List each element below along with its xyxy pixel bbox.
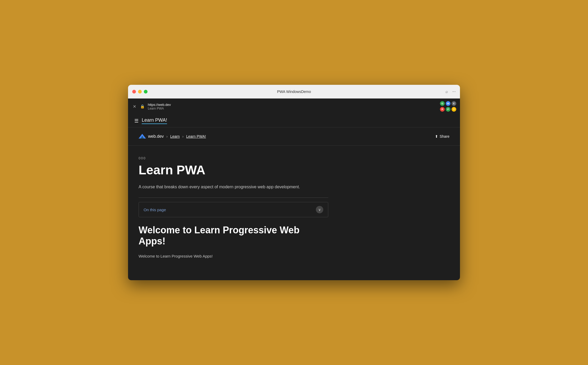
- share-button[interactable]: ⬆ Share: [435, 134, 449, 139]
- content-area: 000 Learn PWA A course that breaks down …: [128, 146, 339, 270]
- course-number: 000: [139, 156, 328, 160]
- breadcrumb: web.dev › Learn › Learn PWA!: [139, 133, 206, 140]
- breadcrumb-learn-pwa-link[interactable]: Learn PWA!: [186, 134, 206, 139]
- ext-icon-5: P: [446, 107, 450, 112]
- on-this-page-label: On this page: [144, 208, 166, 212]
- course-description: A course that breaks down every aspect o…: [139, 184, 328, 190]
- share-label: Share: [440, 134, 449, 139]
- webdev-logo-text: web.dev: [148, 134, 164, 139]
- webdev-logo[interactable]: web.dev: [139, 133, 164, 140]
- breadcrumb-bar: web.dev › Learn › Learn PWA! ⬆ Share: [128, 127, 460, 146]
- search-icon[interactable]: ⌕: [445, 89, 448, 94]
- breadcrumb-learn-link[interactable]: Learn: [170, 134, 180, 139]
- lock-icon: 🔒: [140, 104, 145, 108]
- traffic-lights: [132, 90, 148, 93]
- chevron-down-icon: ∨: [316, 206, 323, 213]
- maximize-button[interactable]: [144, 90, 148, 93]
- welcome-text: Welcome to Learn Progressive Web Apps!: [139, 253, 328, 259]
- page-subtitle: Learn PWA: [148, 107, 171, 110]
- ext-icon-4: R: [440, 107, 445, 112]
- breadcrumb-sep-2: ›: [182, 134, 184, 139]
- on-this-page-toggle[interactable]: On this page ∨: [139, 202, 328, 217]
- hamburger-menu-icon[interactable]: ☰: [134, 118, 139, 124]
- share-icon: ⬆: [435, 134, 438, 139]
- more-options-icon[interactable]: ···: [452, 89, 456, 94]
- welcome-heading: Welcome to Learn Progressive Web Apps!: [139, 225, 328, 247]
- divider: [139, 198, 328, 198]
- ext-icon-6: Y: [452, 107, 456, 112]
- main-content: web.dev › Learn › Learn PWA! ⬆ Share 000…: [128, 127, 460, 280]
- ext-icon-1: G: [440, 101, 445, 106]
- url-text: https://web.dev: [148, 103, 171, 107]
- breadcrumb-sep-1: ›: [166, 134, 168, 139]
- navbar: ☰ Learn PWA!: [128, 114, 460, 127]
- window-title: PWA WindowsDemo: [277, 90, 311, 94]
- course-title: Learn PWA: [139, 163, 328, 177]
- browser-window: PWA WindowsDemo ⌕ ··· ✕ 🔒 https://web.de…: [128, 85, 460, 280]
- title-bar: PWA WindowsDemo ⌕ ···: [128, 85, 460, 98]
- ext-icon-2: W: [446, 101, 450, 106]
- title-bar-actions: ⌕ ···: [445, 89, 456, 94]
- webdev-logo-icon: [139, 133, 146, 140]
- browser-chrome: ✕ 🔒 https://web.dev Learn PWA G W E R P …: [128, 98, 460, 114]
- minimize-button[interactable]: [138, 90, 142, 93]
- tab-close-button[interactable]: ✕: [132, 104, 137, 109]
- url-info: https://web.dev Learn PWA: [148, 103, 171, 110]
- close-button[interactable]: [132, 90, 136, 93]
- navbar-title: Learn PWA!: [142, 117, 167, 124]
- ext-icon-3: E: [452, 101, 456, 106]
- extension-icons: G W E R P Y: [435, 101, 456, 112]
